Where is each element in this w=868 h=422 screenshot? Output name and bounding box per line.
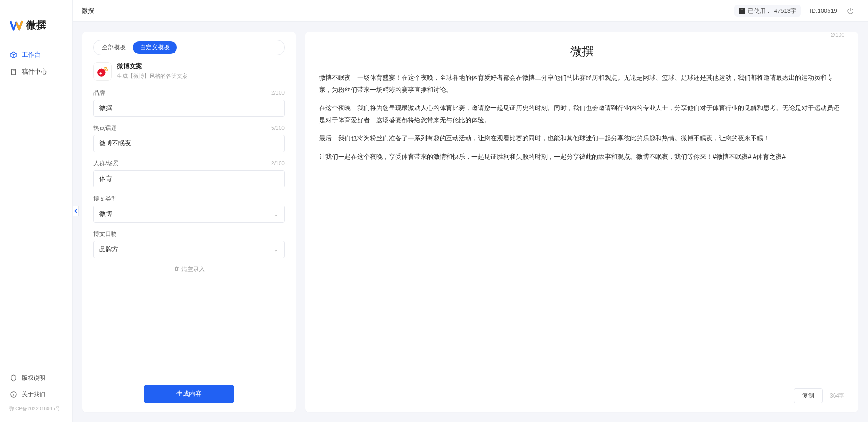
field-count-brand: 2/100 bbox=[271, 90, 285, 96]
document-icon bbox=[10, 68, 17, 76]
sidebar-item-copyright[interactable]: 版权说明 bbox=[0, 370, 72, 386]
generate-button[interactable]: 生成内容 bbox=[144, 385, 234, 403]
user-id: ID:100519 bbox=[810, 7, 837, 14]
usage-label: 已使用： bbox=[748, 7, 771, 15]
usage-badge[interactable]: T 已使用： 47513字 bbox=[734, 5, 801, 17]
cube-icon bbox=[10, 51, 17, 58]
field-label-scene: 人群/场景 bbox=[93, 159, 119, 168]
output-char-count: 364字 bbox=[830, 392, 844, 400]
copy-button[interactable]: 复制 bbox=[794, 388, 823, 403]
tab-custom-templates[interactable]: 自定义模板 bbox=[133, 41, 177, 54]
form-panel: 全部模板 自定义模板 微博文案 生成【微博】风格的各类文案 品牌 bbox=[82, 32, 296, 412]
topbar: 微撰 T 已使用： 47513字 ID:100519 bbox=[73, 0, 868, 22]
sidebar-item-label: 稿件中心 bbox=[22, 68, 47, 76]
output-paragraph: 在这个夜晚，我们将为您呈现最激动人心的体育比赛，邀请您一起见证历史的时刻。同时，… bbox=[319, 102, 844, 126]
sidebar-item-label: 关于我们 bbox=[22, 390, 45, 398]
clear-button[interactable]: 清空录入 bbox=[93, 265, 285, 273]
brand-input[interactable] bbox=[93, 100, 285, 117]
template-header: 微博文案 生成【微博】风格的各类文案 bbox=[93, 62, 285, 81]
field-label-tone: 博文口吻 bbox=[93, 230, 117, 238]
output-panel: 微撰 2/100 微博不眠夜，一场体育盛宴！在这个夜晚，全球各地的体育爱好者都会… bbox=[305, 32, 858, 412]
type-select[interactable]: 微博 ⌄ bbox=[93, 206, 285, 223]
brand-name: 微撰 bbox=[26, 19, 46, 32]
topic-input[interactable] bbox=[93, 135, 285, 152]
brand-logo: 微撰 bbox=[0, 14, 72, 46]
svg-point-7 bbox=[100, 72, 102, 74]
weibo-icon bbox=[93, 62, 112, 81]
field-count-scene: 2/100 bbox=[271, 160, 285, 167]
field-count-topic: 5/100 bbox=[271, 125, 285, 131]
output-paragraph: 让我们一起在这个夜晚，享受体育带来的激情和快乐，一起见证胜利和失败的时刻，一起分… bbox=[319, 151, 844, 163]
sidebar-item-about[interactable]: 关于我们 bbox=[0, 386, 72, 403]
shield-icon bbox=[10, 374, 17, 382]
power-icon[interactable] bbox=[846, 7, 854, 15]
sidebar-item-label: 版权说明 bbox=[22, 374, 45, 382]
output-body: 微博不眠夜，一场体育盛宴！在这个夜晚，全球各地的体育爱好者都会在微博上分享他们的… bbox=[319, 72, 844, 383]
field-label-topic: 热点话题 bbox=[93, 124, 117, 132]
sidebar-item-label: 工作台 bbox=[22, 51, 41, 59]
sidebar: 微撰 工作台 稿件中心 bbox=[0, 0, 73, 422]
template-desc: 生成【微博】风格的各类文案 bbox=[117, 72, 188, 80]
sidebar-item-drafts[interactable]: 稿件中心 bbox=[0, 63, 72, 81]
trash-icon bbox=[174, 266, 179, 273]
chevron-down-icon: ⌄ bbox=[273, 246, 279, 253]
sidebar-bottom: 版权说明 关于我们 鄂ICP备2022016945号 bbox=[0, 370, 72, 417]
output-paragraph: 微博不眠夜，一场体育盛宴！在这个夜晚，全球各地的体育爱好者都会在微博上分享他们的… bbox=[319, 72, 844, 96]
svg-point-6 bbox=[97, 69, 105, 77]
output-divider bbox=[319, 65, 844, 65]
sidebar-collapse-handle[interactable] bbox=[73, 206, 79, 216]
text-icon: T bbox=[739, 8, 745, 14]
sidebar-item-workspace[interactable]: 工作台 bbox=[0, 46, 72, 63]
field-label-type: 博文类型 bbox=[93, 195, 117, 203]
output-page-count: 2/100 bbox=[831, 32, 844, 38]
output-paragraph: 最后，我们也将为粉丝们准备了一系列有趣的互动活动，让您在观看比赛的同时，也能和其… bbox=[319, 132, 844, 144]
icp-text: 鄂ICP备2022016945号 bbox=[0, 403, 72, 415]
field-label-brand: 品牌 bbox=[93, 89, 105, 97]
tab-all-templates[interactable]: 全部模板 bbox=[95, 41, 133, 54]
type-select-value: 微博 bbox=[99, 210, 112, 218]
tone-select[interactable]: 品牌方 ⌄ bbox=[93, 241, 285, 258]
usage-value: 47513字 bbox=[774, 7, 796, 15]
page-title: 微撰 bbox=[82, 7, 94, 15]
info-icon bbox=[10, 391, 17, 398]
clear-label: 清空录入 bbox=[181, 265, 205, 273]
template-title: 微博文案 bbox=[117, 62, 188, 71]
logo-icon bbox=[9, 18, 24, 33]
tone-select-value: 品牌方 bbox=[99, 245, 118, 254]
output-title: 微撰 bbox=[319, 40, 844, 62]
sidebar-nav: 工作台 稿件中心 bbox=[0, 46, 72, 370]
chevron-down-icon: ⌄ bbox=[273, 211, 279, 218]
template-tabs: 全部模板 自定义模板 bbox=[93, 40, 285, 55]
scene-input[interactable] bbox=[93, 170, 285, 187]
